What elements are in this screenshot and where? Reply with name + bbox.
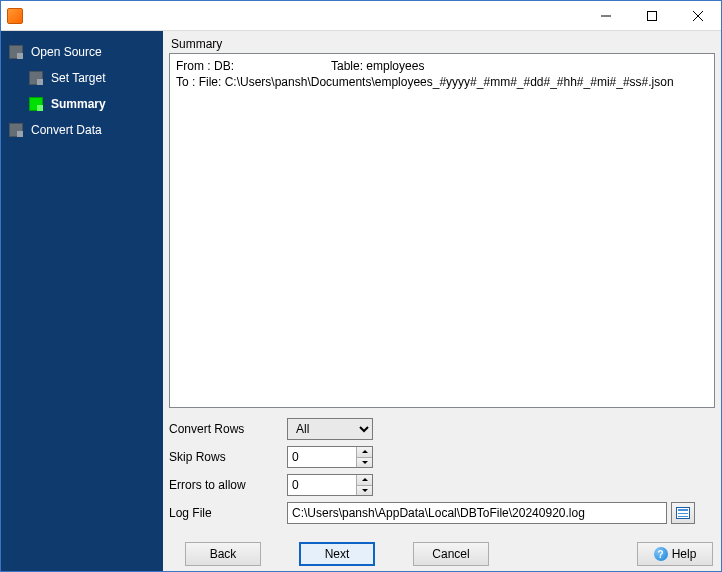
summary-textbox: From : DB: Table: employees To : File: C… [169,53,715,408]
skip-rows-spinner[interactable] [287,446,373,468]
browse-log-button[interactable] [671,502,695,524]
log-file-label: Log File [169,506,287,520]
help-button[interactable]: ? Help [637,542,713,566]
close-button[interactable] [675,1,721,31]
errors-allow-spinner[interactable] [287,474,373,496]
step-label: Open Source [31,45,102,59]
convert-rows-select[interactable]: All [287,418,373,440]
convert-rows-label: Convert Rows [169,422,287,436]
skip-rows-label: Skip Rows [169,450,287,464]
step-box-icon [9,45,23,59]
step-convert-data[interactable]: Convert Data [1,117,163,143]
summary-from-table: Table: employees [331,58,424,74]
titlebar [1,1,721,31]
help-icon: ? [654,547,668,561]
summary-from-db: From : DB: [176,58,331,74]
back-button[interactable]: Back [185,542,261,566]
step-box-icon [29,97,43,111]
step-box-icon [29,71,43,85]
summary-heading: Summary [171,37,715,51]
errors-allow-input[interactable] [288,475,356,495]
cancel-button[interactable]: Cancel [413,542,489,566]
spin-up-button[interactable] [357,447,372,458]
step-box-icon [9,123,23,137]
browse-icon [676,507,690,519]
step-label: Convert Data [31,123,102,137]
step-open-source[interactable]: Open Source [1,39,163,65]
app-icon [7,8,23,24]
log-file-input[interactable] [287,502,667,524]
spin-up-button[interactable] [357,475,372,486]
svg-rect-1 [648,11,657,20]
skip-rows-input[interactable] [288,447,356,467]
step-summary[interactable]: Summary [1,91,163,117]
spin-down-button[interactable] [357,486,372,496]
button-bar: Back Next Cancel ? Help [169,542,715,566]
step-label: Set Target [51,71,105,85]
summary-to-file: To : File: C:\Users\pansh\Documents\empl… [176,74,708,90]
content-panel: Summary From : DB: Table: employees To :… [163,31,721,572]
spin-down-button[interactable] [357,458,372,468]
step-label: Summary [51,97,106,111]
step-set-target[interactable]: Set Target [1,65,163,91]
wizard-steps-sidebar: Open Source Set Target Summary Convert D… [1,31,163,572]
minimize-button[interactable] [583,1,629,31]
maximize-button[interactable] [629,1,675,31]
help-label: Help [672,547,697,561]
errors-allow-label: Errors to allow [169,478,287,492]
next-button[interactable]: Next [299,542,375,566]
